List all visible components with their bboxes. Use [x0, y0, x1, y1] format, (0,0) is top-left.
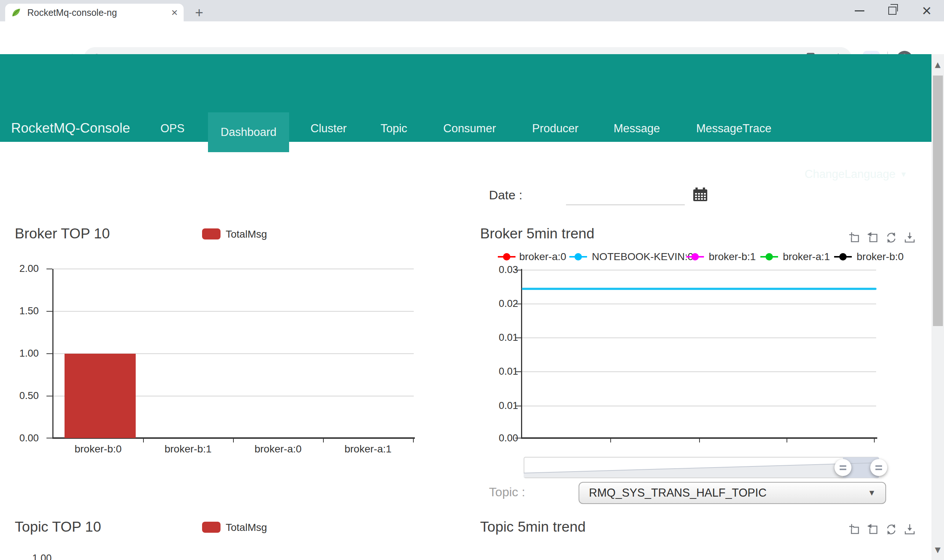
- scrollbar-thumb[interactable]: [933, 75, 943, 326]
- x-tick: [787, 439, 787, 443]
- legend-label[interactable]: NOTEBOOK-KEVIN:0: [592, 251, 693, 263]
- restore-icon: [888, 7, 896, 15]
- x-tick: [413, 439, 414, 443]
- topic-label: Topic :: [489, 485, 525, 499]
- ytick: 0.50: [2, 390, 39, 402]
- x-tick: [233, 439, 234, 443]
- nav-item-producer[interactable]: Producer: [532, 122, 578, 135]
- broker-top10-title: Broker TOP 10: [15, 226, 110, 242]
- xtick-label: broker-b:0: [53, 443, 143, 455]
- legend-label[interactable]: broker-b:0: [857, 251, 904, 263]
- totalmsg-legend-swatch[interactable]: [202, 522, 221, 533]
- browser-tab[interactable]: RocketMq-console-ng ×: [5, 4, 184, 22]
- window-minimize-button[interactable]: [845, 0, 874, 22]
- date-input[interactable]: [566, 190, 685, 205]
- datazoom-icon[interactable]: [848, 523, 861, 537]
- topic-select[interactable]: RMQ_SYS_TRANS_HALF_TOPIC ▼: [578, 482, 886, 504]
- gridline: [53, 311, 414, 312]
- scrollbar-down-button[interactable]: ▼: [932, 539, 944, 560]
- download-icon[interactable]: [904, 231, 916, 245]
- totalmsg-legend-swatch[interactable]: [202, 228, 221, 240]
- legend-dot-notebook-kevin0: [574, 253, 582, 260]
- ytick: 0.01: [489, 332, 518, 343]
- y-tick: [46, 438, 52, 438]
- topic-top10-title: Topic TOP 10: [15, 519, 101, 535]
- restore-chart-icon[interactable]: [867, 523, 879, 537]
- download-icon[interactable]: [904, 523, 916, 537]
- series-line-notebook-kevin0: [522, 288, 876, 290]
- nav-item-ops[interactable]: OPS: [160, 122, 184, 135]
- y-tick: [515, 337, 521, 338]
- broker-trend-title: Broker 5min trend: [480, 226, 594, 242]
- nav-item-cluster[interactable]: Cluster: [310, 122, 347, 135]
- ytick: 0.01: [489, 400, 518, 412]
- x-tick: [699, 439, 700, 443]
- datazoom-handle-left[interactable]: [834, 459, 851, 476]
- tab-title: RocketMq-console-ng: [27, 8, 171, 18]
- y-tick: [515, 438, 521, 438]
- topic-select-value: RMQ_SYS_TRANS_HALF_TOPIC: [589, 486, 767, 500]
- refresh-icon[interactable]: [885, 231, 898, 245]
- change-language-label: ChangeLanguage: [805, 168, 896, 181]
- change-language-dropdown[interactable]: ChangeLanguage ▼: [805, 168, 907, 181]
- app-navbar: RocketMQ-Console OPS Dashboard Cluster T…: [0, 54, 932, 142]
- minimize-icon: [855, 10, 864, 11]
- gridline: [53, 269, 414, 269]
- gridline: [522, 270, 876, 271]
- window-restore-button[interactable]: [878, 0, 907, 22]
- date-label: Date :: [489, 188, 523, 202]
- refresh-icon[interactable]: [885, 523, 898, 537]
- legend-dot-broker-a1: [765, 253, 773, 260]
- y-tick: [515, 270, 521, 271]
- gridline: [522, 371, 876, 372]
- restore-chart-icon[interactable]: [867, 231, 879, 245]
- leaf-favicon-icon: [11, 8, 22, 18]
- y-axis: [52, 269, 54, 438]
- legend-label[interactable]: broker-a:1: [783, 251, 830, 263]
- legend-label[interactable]: broker-a:0: [519, 251, 566, 263]
- nav-item-dashboard[interactable]: Dashboard: [208, 112, 289, 152]
- y-tick: [515, 371, 521, 372]
- totalmsg-legend-label[interactable]: TotalMsg: [226, 522, 267, 534]
- y-tick: [515, 406, 521, 406]
- ytick: 0.03: [489, 264, 518, 275]
- nav-item-consumer[interactable]: Consumer: [443, 122, 496, 135]
- browser-titlebar: RocketMq-console-ng × + ×: [0, 0, 944, 22]
- legend-dot-broker-b0: [839, 253, 847, 260]
- nav-item-messagetrace[interactable]: MessageTrace: [696, 122, 771, 135]
- new-tab-button[interactable]: +: [192, 5, 207, 20]
- x-tick: [323, 439, 324, 443]
- y-tick: [46, 396, 52, 397]
- xtick-label: broker-b:1: [143, 443, 233, 455]
- nav-item-dashboard-label: Dashboard: [221, 126, 276, 139]
- chevron-down-icon: ▼: [900, 171, 907, 178]
- y-tick: [46, 353, 52, 354]
- tab-close-icon[interactable]: ×: [171, 7, 178, 18]
- ytick: 0.02: [489, 298, 518, 309]
- datazoom-icon[interactable]: [848, 231, 861, 245]
- brand-title[interactable]: RocketMQ-Console: [11, 120, 130, 136]
- nav-item-message[interactable]: Message: [614, 122, 660, 135]
- gridline: [522, 406, 876, 406]
- ytick-partial: 1.00: [11, 552, 52, 560]
- browser-window: RocketMq-console-ng × + × ← → localhost/…: [0, 0, 944, 560]
- ytick: 0.01: [489, 366, 518, 377]
- totalmsg-legend-label[interactable]: TotalMsg: [226, 228, 267, 240]
- scrollbar-up-button[interactable]: ▲: [932, 54, 944, 75]
- bar-broker-b0: [65, 354, 136, 438]
- y-tick: [46, 269, 52, 269]
- xtick-label: broker-a:1: [323, 443, 413, 455]
- gridline: [522, 303, 876, 304]
- y-axis: [521, 269, 522, 438]
- legend-dot-broker-b1: [691, 253, 699, 260]
- calendar-icon[interactable]: [693, 188, 708, 203]
- legend-label[interactable]: broker-b:1: [709, 251, 756, 263]
- ytick: 1.50: [2, 305, 39, 317]
- datazoom-slider[interactable]: [524, 457, 879, 480]
- datazoom-handle-right[interactable]: [870, 459, 887, 476]
- window-close-button[interactable]: ×: [912, 0, 941, 22]
- ytick: 1.00: [2, 348, 39, 359]
- y-tick: [515, 303, 521, 304]
- nav-item-topic[interactable]: Topic: [381, 122, 407, 135]
- xtick-label: broker-a:0: [233, 443, 323, 455]
